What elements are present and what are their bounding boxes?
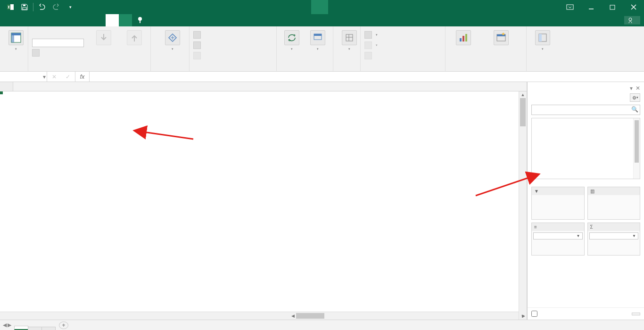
tab-home[interactable] [13,14,26,26]
contextual-tab-label [311,0,328,14]
active-field-label [32,28,85,38]
group-icon [165,30,180,45]
show-button[interactable]: ▾ [530,28,555,51]
accept-formula-icon[interactable]: ✓ [66,74,70,80]
column-headers[interactable] [0,82,527,91]
refresh-button[interactable]: ▾ [281,28,304,51]
columns-drop-zone[interactable]: ▥ [587,187,641,220]
recommended-pivots-button[interactable] [480,28,522,46]
task-pane-dropdown-icon[interactable]: ▼ [629,86,634,91]
layout-options-button[interactable]: ⚙▾ [630,93,640,102]
field-search-input[interactable] [531,105,640,115]
values-icon: Σ [590,224,593,230]
tab-formulas[interactable] [53,14,66,26]
svg-rect-8 [140,21,140,23]
field-settings-button[interactable] [32,48,85,58]
cancel-formula-icon[interactable]: ✕ [52,74,57,80]
tell-me-search[interactable] [132,14,152,26]
data-source-button[interactable]: ▾ [306,28,330,51]
sheet-tab[interactable] [41,327,56,330]
drill-up-icon [127,30,142,45]
svg-rect-15 [346,34,353,41]
hscroll-thumb[interactable] [296,313,324,319]
formula-input[interactable] [90,72,644,82]
svg-rect-18 [465,34,467,41]
insert-slicer-button[interactable] [193,30,272,40]
name-box-input[interactable] [2,74,35,80]
formula-bar: ▾ ✕ ✓ fx [0,72,644,82]
rows-icon: ≡ [534,224,537,230]
filter-icon: ▼ [534,189,539,194]
tab-insert[interactable] [26,14,40,26]
ribbon-options-button[interactable] [559,0,580,14]
insert-timeline-button[interactable] [193,41,272,50]
name-box[interactable]: ▾ [0,72,47,82]
qat-customize[interactable]: ▾ [64,0,77,14]
fx-button[interactable]: fx [75,72,90,82]
rows-zone-item[interactable]: ▼ [533,232,583,239]
share-button[interactable] [624,16,640,25]
task-pane-close-icon[interactable]: ✕ [636,85,640,91]
group-button[interactable]: ▾ [155,28,190,51]
minimize-button[interactable] [580,0,602,14]
svg-rect-17 [462,36,464,41]
recommended-pivots-icon [494,30,509,45]
ribbon: ▾ ▾ [0,26,644,72]
grid[interactable] [0,91,527,312]
values-zone-item[interactable]: ▼ [589,232,639,239]
pivot-chart-button[interactable] [449,28,478,46]
tab-analyze[interactable] [106,14,119,26]
tab-data[interactable] [66,14,79,26]
tab-view[interactable] [92,14,106,26]
active-field-input[interactable] [32,39,84,47]
undo-button[interactable] [35,0,49,14]
tab-review[interactable] [79,14,92,26]
save-button[interactable] [18,0,31,14]
horizontal-scrollbar[interactable]: ◀ ▶ [0,312,527,320]
data-source-icon [310,30,325,45]
sheet-tab-active[interactable] [14,326,28,330]
sheet-nav[interactable]: ◀▶ [0,320,14,330]
search-icon: 🔍 [631,106,638,113]
tab-page-layout[interactable] [40,14,53,26]
svg-rect-2 [23,5,25,6]
tab-design[interactable] [119,14,132,26]
sheet-tab[interactable] [28,327,42,330]
tab-file[interactable] [0,14,13,26]
vscroll-thumb[interactable] [520,98,526,126]
spreadsheet-area: ▲ ▼ ◀ ▶ [0,82,527,320]
update-button [632,313,640,315]
annotation-arrow-1 [141,123,198,143]
scroll-left-icon[interactable]: ◀ [289,312,296,320]
scroll-right-icon[interactable]: ▶ [520,312,527,320]
field-list-scrollbar[interactable] [633,118,640,179]
close-button[interactable] [623,0,644,14]
pivot-fields-pane: ▼ ✕ ⚙▾ 🔍 ▼ ▥ ≡ ▼ Σ [527,82,644,320]
scroll-up-icon[interactable]: ▲ [519,91,527,98]
defer-update-checkbox[interactable] [531,311,537,317]
svg-rect-6 [610,5,615,9]
pivot-table-icon [8,30,24,45]
svg-rect-14 [314,34,322,36]
refresh-icon [284,30,299,45]
actions-button[interactable]: ▾ [337,28,362,51]
pivot-table-button[interactable]: ▾ [4,28,28,51]
values-drop-zone[interactable]: Σ ▼ [587,223,641,256]
field-list[interactable] [531,118,640,179]
drill-up-button [122,28,147,46]
calc-fields-button[interactable]: ▾ [364,30,441,40]
redo-button[interactable] [50,0,63,14]
filters-drop-zone[interactable]: ▼ [531,187,585,220]
rows-drop-zone[interactable]: ≡ ▼ [531,223,585,256]
relations-button [364,51,441,60]
sheet-tab-bar: ◀▶ + [0,320,644,330]
formula-controls: ✕ ✓ [47,72,75,82]
field-search[interactable]: 🔍 [531,105,640,115]
add-sheet-button[interactable]: + [59,322,68,329]
maximize-button[interactable] [602,0,623,14]
olap-tools-button: ▾ [364,41,441,50]
vertical-scrollbar[interactable]: ▲ ▼ [519,91,527,320]
pivot-chart-icon [456,30,471,45]
name-box-dropdown-icon[interactable]: ▾ [43,74,46,80]
select-all-corner[interactable] [0,82,13,91]
